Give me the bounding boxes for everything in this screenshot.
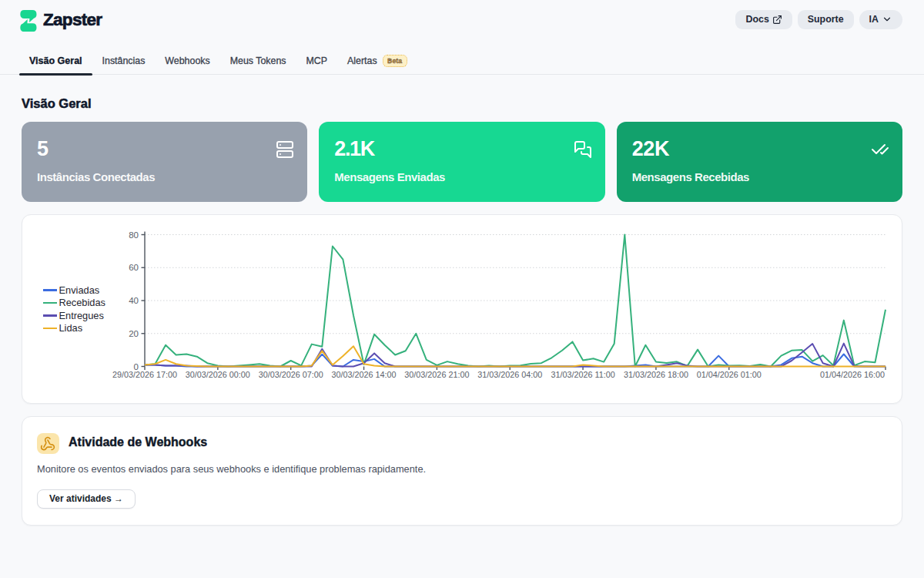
- svg-text:40: 40: [129, 296, 139, 305]
- svg-text:29/03/2026 17:00: 29/03/2026 17:00: [112, 370, 177, 379]
- svg-text:31/03/2026 18:00: 31/03/2026 18:00: [624, 370, 688, 379]
- svg-text:30/03/2026 21:00: 30/03/2026 21:00: [404, 370, 469, 379]
- svg-text:01/04/2026 16:00: 01/04/2026 16:00: [820, 370, 885, 379]
- svg-text:31/03/2026 11:00: 31/03/2026 11:00: [551, 370, 614, 379]
- svg-text:80: 80: [129, 230, 139, 240]
- svg-text:01/04/2026 01:00: 01/04/2026 01:00: [697, 370, 762, 379]
- svg-text:60: 60: [129, 263, 139, 272]
- svg-text:30/03/2026 00:00: 30/03/2026 00:00: [186, 370, 250, 379]
- svg-text:20: 20: [129, 329, 139, 338]
- svg-text:30/03/2026 14:00: 30/03/2026 14:00: [332, 370, 397, 379]
- svg-text:30/03/2026 07:00: 30/03/2026 07:00: [259, 370, 323, 379]
- svg-text:31/03/2026 04:00: 31/03/2026 04:00: [477, 370, 542, 379]
